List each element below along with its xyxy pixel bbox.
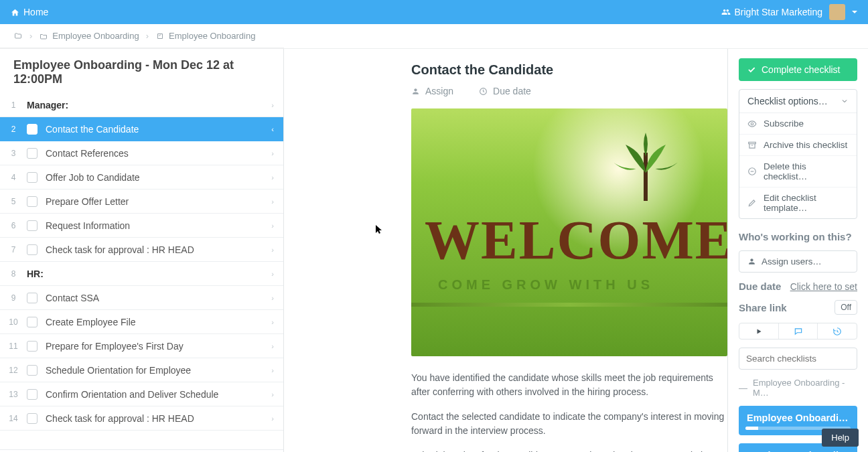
who-working-label: Who's working on this?: [739, 231, 857, 242]
breadcrumb-item-1[interactable]: Employee Onboarding: [39, 31, 139, 41]
task-number: 12: [0, 366, 27, 375]
task-checkbox[interactable]: [27, 148, 38, 159]
org-link[interactable]: Bright Star Marketing: [721, 7, 823, 17]
clock-icon: [479, 87, 488, 96]
collapse-button[interactable]: [727, 49, 728, 73]
task-checkbox[interactable]: [27, 220, 38, 231]
breadcrumb-item-2[interactable]: Employee Onboarding: [155, 31, 255, 41]
task-label: Check task for approval : HR HEAD: [46, 413, 271, 424]
sidebar: Employee Onboarding - Mon Dec 12 at 12:0…: [0, 49, 284, 452]
tab-history[interactable]: [817, 323, 857, 339]
task-row[interactable]: 2Contact the Candidate‹: [0, 117, 283, 141]
option-delete[interactable]: Delete this checklist…: [739, 155, 857, 187]
users-icon: [721, 7, 731, 17]
checklist-options-dropdown: Checklist options… Subscribe Archive thi…: [739, 89, 857, 219]
option-edit[interactable]: Edit checklist template…: [739, 187, 857, 218]
due-date-section-label: Due date: [739, 281, 781, 292]
play-icon: [755, 327, 763, 335]
checklist-options-label: Checklist options…: [747, 96, 828, 106]
task-checkbox[interactable]: [27, 389, 38, 400]
task-checkbox[interactable]: [27, 293, 38, 303]
task-row[interactable]: 11Prepare for Employee's First Day›: [0, 334, 283, 358]
option-archive[interactable]: Archive this checklist: [739, 134, 857, 155]
hero-title: WELCOME: [425, 209, 727, 272]
task-section-header[interactable]: 8HR:›: [0, 262, 283, 286]
archive-icon: [747, 141, 757, 150]
chevron-right-icon: ›: [271, 366, 283, 374]
task-row[interactable]: 14Check task for approval : HR HEAD›: [0, 406, 283, 431]
task-checkbox[interactable]: [27, 244, 38, 255]
breadcrumb: › Employee Onboarding › Employee Onboard…: [0, 24, 284, 48]
task-number: 2: [0, 125, 27, 134]
share-link-toggle[interactable]: Off: [835, 300, 857, 315]
task-checkbox[interactable]: [27, 172, 38, 183]
help-button[interactable]: Help: [822, 429, 859, 447]
chevron-right-icon: ›: [29, 31, 32, 41]
due-date-set-link[interactable]: Click here to set: [790, 281, 857, 292]
task-row[interactable]: 6Request Information›: [0, 214, 283, 238]
task-section-header[interactable]: 1Manager:›: [0, 93, 283, 117]
due-date-button[interactable]: Due date: [479, 86, 531, 96]
task-row[interactable]: 13Confirm Orientation and Deliver Schedu…: [0, 382, 283, 406]
task-row[interactable]: 4Offer Job to Candidate›: [0, 165, 283, 190]
option-delete-label: Delete this checklist…: [764, 161, 849, 181]
task-row[interactable]: 9Contact SSA›: [0, 286, 283, 310]
task-row[interactable]: 5Prepare Offer Letter›: [0, 190, 283, 214]
chevron-right-icon: ›: [271, 270, 283, 278]
task-number: 6: [0, 221, 27, 230]
task-row[interactable]: 7Check task for approval : HR HEAD›: [0, 238, 283, 262]
avatar[interactable]: [829, 4, 845, 20]
top-header: Home Bright Star Marketing: [0, 0, 868, 24]
search-checklists-input[interactable]: [739, 348, 857, 370]
checklist-options-toggle[interactable]: Checklist options…: [739, 90, 857, 113]
task-label: Contact the Candidate: [46, 124, 271, 135]
pencil-icon: [747, 198, 757, 208]
svg-point-1: [751, 123, 753, 125]
complete-checklist-button[interactable]: Complete checklist: [739, 58, 857, 81]
doc-title: Contact the Candidate: [411, 62, 727, 78]
paragraph-1: You have identified the candidate whose …: [411, 371, 727, 399]
task-label: Confirm Orientation and Deliver Schedule: [46, 389, 271, 400]
task-number: 13: [0, 390, 27, 399]
chevron-right-icon: ›: [271, 101, 283, 109]
task-checkbox[interactable]: [27, 196, 38, 207]
folder-icon: [13, 32, 23, 40]
tab-activity[interactable]: [739, 323, 778, 339]
task-row[interactable]: 12Schedule Orientation for Employee›: [0, 358, 283, 382]
paragraph-2: Contact the selected candidate to indica…: [411, 410, 727, 438]
delete-icon: [747, 167, 757, 176]
task-row[interactable]: 3Contact References›: [0, 141, 283, 165]
chevron-right-icon: ›: [271, 294, 283, 302]
chevron-right-icon: ›: [271, 390, 283, 398]
task-checkbox[interactable]: [27, 341, 38, 352]
user-icon: [411, 87, 420, 96]
chevron-right-icon: ›: [271, 342, 283, 350]
task-label: Contact SSA: [46, 293, 271, 303]
assign-users-button[interactable]: Assign users…: [739, 250, 857, 273]
org-label: Bright Star Marketing: [735, 7, 823, 17]
comment-icon: [794, 327, 803, 336]
assign-button[interactable]: Assign: [411, 86, 453, 96]
task-row[interactable]: 10Create Employee File›: [0, 310, 283, 334]
home-link[interactable]: Home: [11, 7, 48, 17]
task-checkbox[interactable]: [27, 124, 38, 135]
caret-down-icon[interactable]: [852, 11, 857, 13]
chevron-right-icon: ›: [271, 198, 283, 206]
svg-rect-2: [749, 142, 756, 143]
tab-comments[interactable]: [778, 323, 818, 339]
breadcrumb-root[interactable]: [13, 32, 23, 40]
task-label: HR:: [27, 269, 271, 279]
history-icon: [833, 327, 842, 336]
option-subscribe[interactable]: Subscribe: [739, 113, 857, 134]
task-number: 5: [0, 197, 27, 206]
task-label: Schedule Orientation for Employee: [46, 365, 271, 376]
task-number: 7: [0, 245, 27, 254]
check-all-tasks[interactable]: Check all tasks: [0, 449, 283, 452]
chevron-right-icon: ›: [146, 31, 149, 41]
task-checkbox[interactable]: [27, 365, 38, 376]
eye-icon: [747, 119, 757, 129]
mini-checklist-label[interactable]: — Employee Onboarding - M…: [739, 378, 857, 398]
task-checkbox[interactable]: [27, 413, 38, 424]
task-checkbox[interactable]: [27, 317, 38, 327]
activity-tabs: [739, 323, 857, 340]
